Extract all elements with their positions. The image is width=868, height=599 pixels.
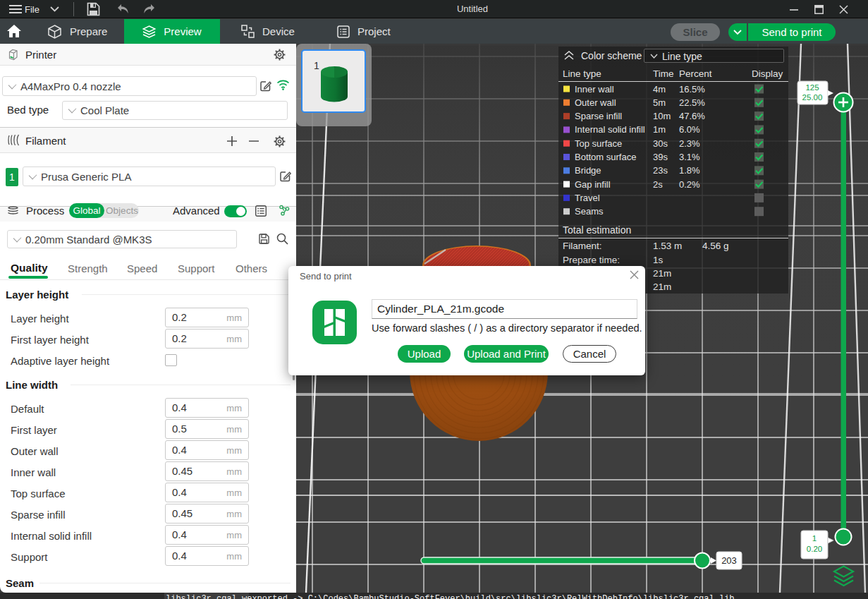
svg-text:25.00: 25.00	[802, 93, 823, 102]
svg-text:5m: 5m	[653, 97, 666, 108]
svg-text:Inner wall: Inner wall	[575, 84, 614, 95]
svg-text:2s: 2s	[653, 179, 663, 190]
svg-text:Bridge: Bridge	[575, 165, 601, 176]
svg-text:203: 203	[721, 555, 737, 566]
svg-text:0.20: 0.20	[807, 545, 822, 553]
svg-text:0.2%: 0.2%	[679, 179, 700, 190]
svg-text:Gap infill: Gap infill	[575, 179, 611, 190]
svg-text:1: 1	[812, 534, 817, 543]
svg-text:39s: 39s	[653, 152, 668, 162]
svg-text:125: 125	[805, 83, 819, 92]
svg-text:22.5%: 22.5%	[679, 97, 705, 108]
svg-text:3.1%: 3.1%	[679, 152, 700, 162]
svg-text:Seams: Seams	[575, 206, 604, 217]
svg-text:47.6%: 47.6%	[679, 111, 705, 121]
svg-text:1m: 1m	[653, 124, 666, 135]
svg-text:30s: 30s	[653, 138, 668, 149]
svg-text:2.3%: 2.3%	[679, 138, 700, 149]
svg-text:Sparse infill: Sparse infill	[575, 111, 622, 121]
svg-text:1.8%: 1.8%	[679, 165, 700, 176]
svg-text:Travel: Travel	[575, 193, 600, 203]
svg-text:Internal solid infill: Internal solid infill	[575, 124, 645, 135]
svg-text:Bottom surface: Bottom surface	[575, 152, 636, 162]
svg-text:4m: 4m	[653, 84, 666, 95]
svg-text:Top surface: Top surface	[575, 138, 622, 149]
svg-text:23s: 23s	[653, 165, 668, 176]
svg-text:6.0%: 6.0%	[679, 124, 700, 135]
svg-text:16.5%: 16.5%	[679, 84, 705, 95]
svg-text:10m: 10m	[653, 111, 671, 121]
svg-text:Outer wall: Outer wall	[575, 97, 616, 108]
